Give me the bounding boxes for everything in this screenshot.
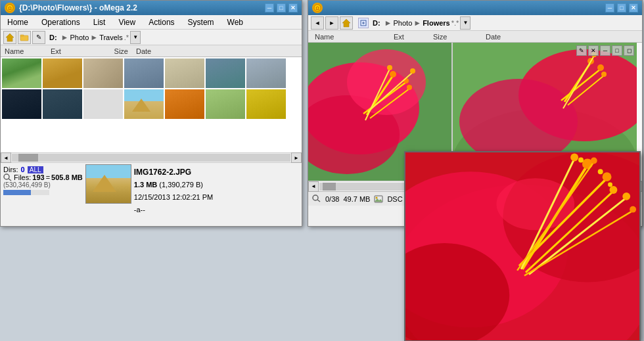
thumbnail-2[interactable]	[43, 58, 82, 88]
svg-point-5	[4, 174, 9, 179]
image-controls: ✎ ✕ ─ □ ◻	[576, 45, 634, 56]
status-search-icon	[312, 194, 321, 204]
title-controls: ─ □ ✕	[265, 3, 298, 12]
left-panel: Ω {D:\Photo\Flowers\} - oMega 2.2 ─ □ ✕ …	[0, 0, 302, 227]
right-title-bar-left: Ω	[312, 3, 323, 13]
tb-pencil[interactable]: ✎	[32, 31, 45, 44]
scroll-thumb[interactable]	[18, 154, 38, 162]
path-photo: Photo	[70, 34, 89, 41]
right-col-name: Name	[311, 33, 390, 41]
toolbar-left: ✎ D: ► Photo ► Travels .* ▼	[1, 30, 302, 45]
menu-list[interactable]: List	[87, 16, 112, 28]
svg-point-64	[598, 169, 603, 174]
photo-scroll-thumb[interactable]	[323, 183, 336, 191]
tb-icon-folder[interactable]	[18, 31, 31, 44]
file-info: IMG1762-2.JPG 1.3 MB (1,390,279 B) 12/15…	[134, 164, 299, 216]
files-label: Files:	[14, 173, 31, 181]
file-bytes: (1,390,279 B)	[159, 181, 203, 189]
img-ctrl-2[interactable]: ✕	[588, 45, 599, 56]
photo-scroll-left[interactable]: ◄	[308, 181, 319, 192]
svg-text:Ω: Ω	[8, 6, 12, 11]
drive-label: D:	[47, 34, 60, 41]
svg-point-24	[387, 65, 392, 70]
right-col-size: Size	[429, 33, 482, 41]
photo-icon	[374, 195, 383, 203]
svg-point-65	[608, 183, 612, 187]
status-area: Dirs: 0 ALL Files: 193 = 505.8 MB (530,3…	[1, 163, 302, 209]
thumbnail-10[interactable]	[83, 89, 123, 119]
thumbnail-6[interactable]	[206, 58, 245, 88]
right-maximize-btn[interactable]: □	[617, 3, 626, 12]
maximize-button[interactable]: □	[277, 3, 286, 12]
file-name: IMG1762-2.JPG	[134, 166, 299, 179]
img-ctrl-3[interactable]: ─	[600, 45, 610, 56]
minimize-button[interactable]: ─	[265, 3, 274, 12]
right-addr-dropdown[interactable]: ▼	[460, 16, 471, 30]
dirs-label: Dirs:	[3, 166, 18, 173]
right-tb-extra[interactable]	[358, 18, 369, 28]
thumb-row-2	[2, 89, 300, 119]
svg-point-39	[313, 195, 318, 200]
svg-point-34	[597, 64, 604, 71]
storage-bar	[3, 190, 49, 195]
svg-point-53	[603, 172, 612, 181]
back-btn[interactable]: ◄	[311, 16, 324, 30]
right-col-header: Name Ext Size Date	[308, 31, 642, 43]
thumbnail-4[interactable]	[124, 58, 164, 88]
thumbnail-12[interactable]	[165, 89, 204, 119]
title-bar-left: Ω {D:\Photo\Flowers\} - oMega 2.2	[5, 3, 137, 13]
thumbnail-8[interactable]	[2, 89, 41, 119]
thumb-row-1	[2, 58, 300, 88]
scroll-track[interactable]	[12, 154, 290, 162]
svg-marker-9	[342, 19, 350, 27]
scroll-left-btn[interactable]: ◄	[1, 152, 11, 163]
right-tb-icon[interactable]	[340, 16, 353, 30]
thumbnail-14[interactable]	[246, 89, 286, 119]
menu-actions[interactable]: Actions	[142, 16, 181, 28]
col-date: Date	[132, 47, 211, 55]
tb-icon-home[interactable]	[3, 31, 16, 44]
scroll-right-btn[interactable]: ►	[291, 152, 302, 163]
title-bar: Ω {D:\Photo\Flowers\} - oMega 2.2 ─ □ ✕	[1, 1, 302, 15]
thumbnail-1[interactable]	[2, 58, 41, 88]
right-path1: Photo	[394, 19, 413, 27]
right-col-date: Date	[482, 33, 561, 41]
search-icon	[3, 173, 12, 181]
svg-point-61	[591, 158, 597, 164]
svg-point-66	[578, 158, 584, 163]
addr-dropdown[interactable]: ▼	[130, 31, 141, 44]
thumbnail-11[interactable]	[124, 89, 164, 119]
img-ctrl-1[interactable]: ✎	[576, 45, 587, 56]
right-path2: Flowers	[423, 19, 450, 27]
img-ctrl-5[interactable]: ◻	[624, 45, 634, 56]
right-col-ext: Ext	[390, 33, 429, 41]
menu-system[interactable]: System	[181, 16, 221, 28]
svg-text:Ω: Ω	[315, 6, 319, 11]
dir-file-info: Dirs: 0 ALL Files: 193 = 505.8 MB (530,3…	[3, 164, 83, 195]
file-date: 12/15/2013 12:02:21 PM	[134, 191, 299, 204]
svg-rect-4	[20, 35, 24, 36]
thumbnail-5[interactable]	[165, 58, 204, 88]
img-ctrl-4[interactable]: □	[612, 45, 622, 56]
horizontal-scrollbar[interactable]: ◄ ►	[1, 152, 302, 163]
menu-operations[interactable]: Operations	[35, 16, 87, 28]
app-icon: Ω	[5, 3, 15, 13]
menu-bar: Home Operations List View Actions System…	[1, 15, 302, 30]
menu-view[interactable]: View	[112, 16, 142, 28]
col-name: Name	[1, 47, 47, 55]
thumbnail-3[interactable]	[83, 58, 123, 88]
files-count: 193	[32, 173, 44, 181]
file-attrs: -a--	[134, 204, 299, 216]
close-button[interactable]: ✕	[288, 3, 298, 12]
thumbnail-7[interactable]	[246, 58, 286, 88]
right-title-controls: ─ □ ✕	[605, 3, 638, 12]
thumbnail-13[interactable]	[206, 89, 245, 119]
svg-marker-43	[375, 198, 382, 202]
col-ext: Ext	[47, 47, 80, 55]
thumbnail-9[interactable]	[43, 89, 82, 119]
right-close-btn[interactable]: ✕	[629, 3, 638, 12]
menu-home[interactable]: Home	[1, 16, 35, 28]
menu-web[interactable]: Web	[221, 16, 250, 28]
right-minimize-btn[interactable]: ─	[605, 3, 614, 12]
fwd-btn[interactable]: ►	[325, 16, 338, 30]
